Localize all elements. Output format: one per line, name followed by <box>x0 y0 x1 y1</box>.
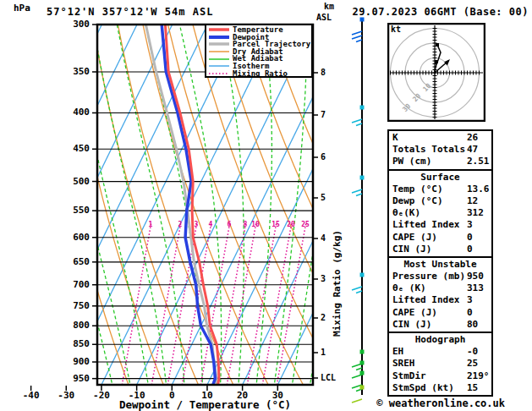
mixing-ratio-line <box>247 222 277 385</box>
indices-row-label: StmSpd (kt) <box>392 382 454 393</box>
km-tick-label: 2 <box>321 313 326 322</box>
indices-row-value: 0 <box>467 307 473 319</box>
indices-row-value: 15 <box>467 382 478 394</box>
indices-box: HodographEH-0SREH25StmDir219°StmSpd (kt)… <box>387 332 493 397</box>
indices-row-label: Totals Totals <box>392 144 465 155</box>
wet-adiabat-line <box>0 25 26 394</box>
indices-row: θₑ (K)313 <box>389 282 491 294</box>
pressure-tick-label: 600 <box>61 232 90 243</box>
indices-row-label: PW (cm) <box>392 156 431 167</box>
wet-adiabat-line <box>0 25 62 394</box>
indices-row-value: 25 <box>467 358 478 370</box>
indices-row: Lifted Index3 <box>389 219 491 231</box>
legend-item-label: Mixing Ratio <box>233 70 288 78</box>
isotherm-line <box>66 25 243 385</box>
indices-row: CIN (J)80 <box>389 319 491 331</box>
temperature-tick-label: 10 <box>195 390 220 401</box>
indices-row-label: EH <box>392 346 403 357</box>
mixing-ratio-value-label: 3 <box>189 221 204 228</box>
dry-adiabat-line <box>118 25 238 394</box>
indices-row-value: 26 <box>467 132 478 144</box>
indices-row-value: -0 <box>467 346 478 358</box>
indices-row: K26 <box>389 132 491 144</box>
mixing-ratio-value-label: 25 <box>298 221 313 228</box>
indices-row: Dewp (°C)12 <box>389 195 491 207</box>
pressure-tick-label: 750 <box>61 300 90 311</box>
dry-adiabat-line <box>218 25 379 394</box>
temperature-tick-label: -10 <box>124 390 150 401</box>
indices-row-label: Pressure (mb) <box>392 271 465 282</box>
indices-row: Lifted Index3 <box>389 294 491 306</box>
indices-row: PW (cm)2.51 <box>389 156 491 167</box>
pressure-tick-label: 850 <box>61 338 90 349</box>
temperature-tick-label: 30 <box>265 390 290 401</box>
pressure-tick-label: 300 <box>61 19 90 30</box>
indices-row-label: StmDir <box>392 370 426 381</box>
indices-row-label: CAPE (J) <box>392 232 437 243</box>
indices-row: StmSpd (kt)15 <box>389 382 491 394</box>
run-date-title: 29.07.2023 06GMT (Base: 00) <box>352 6 529 18</box>
indices-row-label: CIN (J) <box>392 244 431 255</box>
credit-footer: © weatheronline.co.uk <box>376 397 505 409</box>
indices-row-label: Dewp (°C) <box>392 195 443 206</box>
indices-box: Most UnstablePressure (mb)950θₑ (K)313Li… <box>387 256 493 333</box>
wet-adiabat-line <box>0 25 44 394</box>
indices-row-label: CIN (J) <box>392 319 431 330</box>
wet-adiabat-line <box>273 25 307 394</box>
indices-row-label: CAPE (J) <box>392 307 437 318</box>
indices-row-label: Lifted Index <box>392 294 459 305</box>
legend: TemperatureDewpointParcel TrajectoryDry … <box>205 24 313 78</box>
temperature-tick-label: -40 <box>19 390 44 401</box>
skewt-sounding-app: hPa 57°12'N 357°12'W 54m ASL 29.07.2023 … <box>0 0 532 411</box>
pressure-tick-label: 650 <box>61 256 90 267</box>
indices-row-label: Lifted Index <box>392 219 459 230</box>
mixing-ratio-value-label: 1 <box>143 221 158 228</box>
temperature-tick-label: -20 <box>89 390 114 401</box>
km-tick-label: 8 <box>321 68 326 77</box>
indices-row-value: 80 <box>467 319 478 331</box>
indices-row: Totals Totals47 <box>389 144 491 156</box>
temperature-tick-label: 0 <box>159 390 184 401</box>
legend-item: Mixing Ratio <box>206 70 311 78</box>
indices-box-header: Most Unstable <box>389 259 491 271</box>
indices-row-value: 3 <box>467 219 473 231</box>
km-tick-label: 5 <box>321 193 326 202</box>
indices-box-header: Hodograph <box>389 334 491 346</box>
pressure-tick-label: 900 <box>61 356 90 367</box>
asl-axis-unit: ASL <box>316 13 332 22</box>
indices-row-value: 312 <box>467 207 484 219</box>
indices-row: CAPE (J)0 <box>389 232 491 244</box>
indices-box-header: Surface <box>389 172 491 184</box>
legend-line-sample <box>208 63 230 69</box>
indices-box: K26Totals Totals47PW (cm)2.51 <box>387 129 493 171</box>
indices-row-value: 0 <box>467 232 473 244</box>
dry-adiabat-line <box>0 25 62 394</box>
pressure-tick-label: 500 <box>61 176 90 187</box>
indices-box: SurfaceTemp (°C)13.6Dewp (°C)12θₑ(K)312L… <box>387 169 493 258</box>
legend-line-sample <box>208 41 230 47</box>
km-tick-label: 3 <box>321 274 326 283</box>
pressure-tick-label: 700 <box>61 279 90 290</box>
indices-row: Temp (°C)13.6 <box>389 184 491 195</box>
indices-row-label: SREH <box>392 358 415 369</box>
indices-row: SREH25 <box>389 358 491 370</box>
indices-row: EH-0 <box>389 346 491 358</box>
indices-row-value: 47 <box>467 144 478 156</box>
indices-row-value: 313 <box>467 282 484 294</box>
indices-row-value: 950 <box>467 271 484 282</box>
wet-adiabat-line <box>0 25 8 394</box>
mixing-ratio-axis-title: Mixing Ratio (g/kg) <box>332 207 343 359</box>
pressure-tick-label: 400 <box>61 107 90 118</box>
pressure-tick-label: 800 <box>61 320 90 331</box>
indices-row: CIN (J)0 <box>389 244 491 255</box>
indices-row: Pressure (mb)950 <box>389 271 491 282</box>
indices-row: θₑ(K)312 <box>389 207 491 219</box>
indices-row-value: 0 <box>467 244 473 255</box>
indices-row-label: K <box>392 132 398 143</box>
km-tick-label: 1 <box>321 348 326 357</box>
mixing-ratio-line <box>262 222 292 385</box>
indices-row-label: Temp (°C) <box>392 184 443 195</box>
km-axis-unit: km <box>324 2 334 11</box>
legend-line-sample <box>208 56 230 63</box>
hodograph-unit-label: kt <box>391 25 401 34</box>
